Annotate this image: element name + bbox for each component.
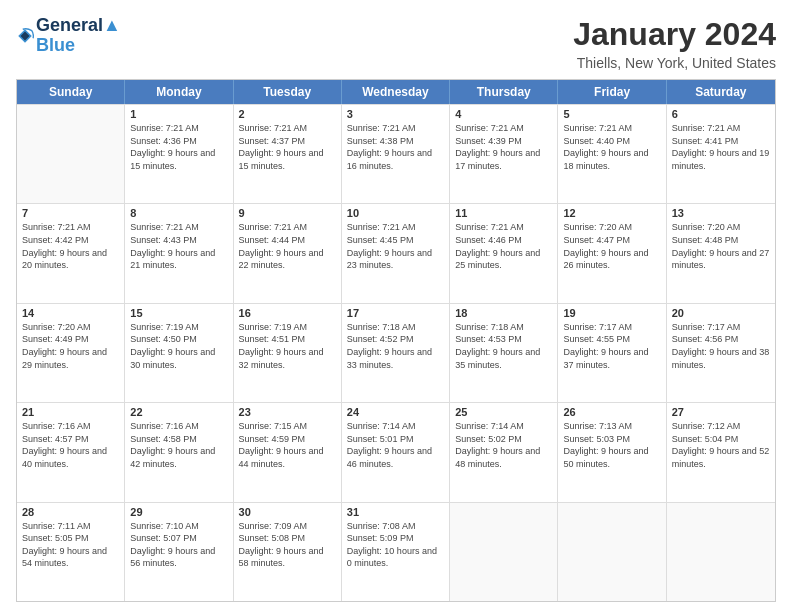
- calendar-cell: 10 Sunrise: 7:21 AMSunset: 4:45 PMDaylig…: [342, 204, 450, 302]
- day-number: 11: [455, 207, 552, 219]
- day-number: 25: [455, 406, 552, 418]
- calendar-cell: 5 Sunrise: 7:21 AMSunset: 4:40 PMDayligh…: [558, 105, 666, 203]
- calendar-cell: 25 Sunrise: 7:14 AMSunset: 5:02 PMDaylig…: [450, 403, 558, 501]
- cell-info: Sunrise: 7:18 AMSunset: 4:52 PMDaylight:…: [347, 321, 444, 371]
- cell-info: Sunrise: 7:12 AMSunset: 5:04 PMDaylight:…: [672, 420, 770, 470]
- calendar-cell: 19 Sunrise: 7:17 AMSunset: 4:55 PMDaylig…: [558, 304, 666, 402]
- cell-info: Sunrise: 7:17 AMSunset: 4:55 PMDaylight:…: [563, 321, 660, 371]
- calendar-cell: 22 Sunrise: 7:16 AMSunset: 4:58 PMDaylig…: [125, 403, 233, 501]
- calendar-week-5: 28 Sunrise: 7:11 AMSunset: 5:05 PMDaylig…: [17, 502, 775, 601]
- cell-info: Sunrise: 7:20 AMSunset: 4:48 PMDaylight:…: [672, 221, 770, 271]
- cell-info: Sunrise: 7:19 AMSunset: 4:50 PMDaylight:…: [130, 321, 227, 371]
- calendar-cell: 27 Sunrise: 7:12 AMSunset: 5:04 PMDaylig…: [667, 403, 775, 501]
- day-number: 23: [239, 406, 336, 418]
- cell-info: Sunrise: 7:08 AMSunset: 5:09 PMDaylight:…: [347, 520, 444, 570]
- calendar-body: 1 Sunrise: 7:21 AMSunset: 4:36 PMDayligh…: [17, 104, 775, 601]
- calendar-cell: 30 Sunrise: 7:09 AMSunset: 5:08 PMDaylig…: [234, 503, 342, 601]
- title-area: January 2024 Thiells, New York, United S…: [573, 16, 776, 71]
- calendar-cell: 11 Sunrise: 7:21 AMSunset: 4:46 PMDaylig…: [450, 204, 558, 302]
- logo-blue: Blue: [36, 36, 121, 56]
- cell-info: Sunrise: 7:21 AMSunset: 4:37 PMDaylight:…: [239, 122, 336, 172]
- day-number: 27: [672, 406, 770, 418]
- calendar: SundayMondayTuesdayWednesdayThursdayFrid…: [16, 79, 776, 602]
- day-number: 3: [347, 108, 444, 120]
- calendar-cell: 20 Sunrise: 7:17 AMSunset: 4:56 PMDaylig…: [667, 304, 775, 402]
- day-number: 18: [455, 307, 552, 319]
- day-number: 8: [130, 207, 227, 219]
- cell-info: Sunrise: 7:21 AMSunset: 4:38 PMDaylight:…: [347, 122, 444, 172]
- calendar-cell: 8 Sunrise: 7:21 AMSunset: 4:43 PMDayligh…: [125, 204, 233, 302]
- calendar-week-3: 14 Sunrise: 7:20 AMSunset: 4:49 PMDaylig…: [17, 303, 775, 402]
- calendar-week-1: 1 Sunrise: 7:21 AMSunset: 4:36 PMDayligh…: [17, 104, 775, 203]
- day-number: 6: [672, 108, 770, 120]
- calendar-cell: 17 Sunrise: 7:18 AMSunset: 4:52 PMDaylig…: [342, 304, 450, 402]
- day-number: 12: [563, 207, 660, 219]
- calendar-cell: 21 Sunrise: 7:16 AMSunset: 4:57 PMDaylig…: [17, 403, 125, 501]
- location-title: Thiells, New York, United States: [573, 55, 776, 71]
- calendar-cell: 14 Sunrise: 7:20 AMSunset: 4:49 PMDaylig…: [17, 304, 125, 402]
- cell-info: Sunrise: 7:14 AMSunset: 5:02 PMDaylight:…: [455, 420, 552, 470]
- calendar-cell: 9 Sunrise: 7:21 AMSunset: 4:44 PMDayligh…: [234, 204, 342, 302]
- day-number: 16: [239, 307, 336, 319]
- cell-info: Sunrise: 7:19 AMSunset: 4:51 PMDaylight:…: [239, 321, 336, 371]
- day-number: 20: [672, 307, 770, 319]
- cell-info: Sunrise: 7:11 AMSunset: 5:05 PMDaylight:…: [22, 520, 119, 570]
- cell-info: Sunrise: 7:14 AMSunset: 5:01 PMDaylight:…: [347, 420, 444, 470]
- cell-info: Sunrise: 7:13 AMSunset: 5:03 PMDaylight:…: [563, 420, 660, 470]
- calendar-cell: 29 Sunrise: 7:10 AMSunset: 5:07 PMDaylig…: [125, 503, 233, 601]
- calendar-cell: 18 Sunrise: 7:18 AMSunset: 4:53 PMDaylig…: [450, 304, 558, 402]
- cell-info: Sunrise: 7:17 AMSunset: 4:56 PMDaylight:…: [672, 321, 770, 371]
- page: General▲ Blue January 2024 Thiells, New …: [0, 0, 792, 612]
- day-number: 24: [347, 406, 444, 418]
- day-number: 15: [130, 307, 227, 319]
- header-day-sunday: Sunday: [17, 80, 125, 104]
- day-number: 26: [563, 406, 660, 418]
- header: General▲ Blue January 2024 Thiells, New …: [16, 16, 776, 71]
- calendar-cell: 3 Sunrise: 7:21 AMSunset: 4:38 PMDayligh…: [342, 105, 450, 203]
- day-number: 2: [239, 108, 336, 120]
- month-title: January 2024: [573, 16, 776, 53]
- cell-info: Sunrise: 7:18 AMSunset: 4:53 PMDaylight:…: [455, 321, 552, 371]
- cell-info: Sunrise: 7:21 AMSunset: 4:40 PMDaylight:…: [563, 122, 660, 172]
- calendar-week-4: 21 Sunrise: 7:16 AMSunset: 4:57 PMDaylig…: [17, 402, 775, 501]
- calendar-cell: 31 Sunrise: 7:08 AMSunset: 5:09 PMDaylig…: [342, 503, 450, 601]
- calendar-cell: 26 Sunrise: 7:13 AMSunset: 5:03 PMDaylig…: [558, 403, 666, 501]
- header-day-friday: Friday: [558, 80, 666, 104]
- day-number: 4: [455, 108, 552, 120]
- cell-info: Sunrise: 7:21 AMSunset: 4:44 PMDaylight:…: [239, 221, 336, 271]
- cell-info: Sunrise: 7:15 AMSunset: 4:59 PMDaylight:…: [239, 420, 336, 470]
- cell-info: Sunrise: 7:10 AMSunset: 5:07 PMDaylight:…: [130, 520, 227, 570]
- cell-info: Sunrise: 7:20 AMSunset: 4:47 PMDaylight:…: [563, 221, 660, 271]
- cell-info: Sunrise: 7:21 AMSunset: 4:46 PMDaylight:…: [455, 221, 552, 271]
- calendar-cell: 24 Sunrise: 7:14 AMSunset: 5:01 PMDaylig…: [342, 403, 450, 501]
- cell-info: Sunrise: 7:21 AMSunset: 4:36 PMDaylight:…: [130, 122, 227, 172]
- calendar-cell: 1 Sunrise: 7:21 AMSunset: 4:36 PMDayligh…: [125, 105, 233, 203]
- day-number: 31: [347, 506, 444, 518]
- cell-info: Sunrise: 7:21 AMSunset: 4:42 PMDaylight:…: [22, 221, 119, 271]
- cell-info: Sunrise: 7:21 AMSunset: 4:45 PMDaylight:…: [347, 221, 444, 271]
- cell-info: Sunrise: 7:09 AMSunset: 5:08 PMDaylight:…: [239, 520, 336, 570]
- logo-area: General▲ Blue: [16, 16, 121, 56]
- day-number: 1: [130, 108, 227, 120]
- logo-text: General▲: [36, 16, 121, 36]
- cell-info: Sunrise: 7:16 AMSunset: 4:58 PMDaylight:…: [130, 420, 227, 470]
- calendar-cell: [667, 503, 775, 601]
- calendar-cell: 13 Sunrise: 7:20 AMSunset: 4:48 PMDaylig…: [667, 204, 775, 302]
- calendar-cell: 6 Sunrise: 7:21 AMSunset: 4:41 PMDayligh…: [667, 105, 775, 203]
- calendar-cell: 28 Sunrise: 7:11 AMSunset: 5:05 PMDaylig…: [17, 503, 125, 601]
- header-day-saturday: Saturday: [667, 80, 775, 104]
- calendar-cell: 4 Sunrise: 7:21 AMSunset: 4:39 PMDayligh…: [450, 105, 558, 203]
- calendar-cell: 15 Sunrise: 7:19 AMSunset: 4:50 PMDaylig…: [125, 304, 233, 402]
- day-number: 17: [347, 307, 444, 319]
- day-number: 5: [563, 108, 660, 120]
- calendar-header: SundayMondayTuesdayWednesdayThursdayFrid…: [17, 80, 775, 104]
- day-number: 7: [22, 207, 119, 219]
- cell-info: Sunrise: 7:21 AMSunset: 4:41 PMDaylight:…: [672, 122, 770, 172]
- logo-icon: [16, 27, 34, 45]
- day-number: 14: [22, 307, 119, 319]
- calendar-cell: 23 Sunrise: 7:15 AMSunset: 4:59 PMDaylig…: [234, 403, 342, 501]
- calendar-cell: [558, 503, 666, 601]
- cell-info: Sunrise: 7:21 AMSunset: 4:39 PMDaylight:…: [455, 122, 552, 172]
- day-number: 29: [130, 506, 227, 518]
- calendar-cell: [17, 105, 125, 203]
